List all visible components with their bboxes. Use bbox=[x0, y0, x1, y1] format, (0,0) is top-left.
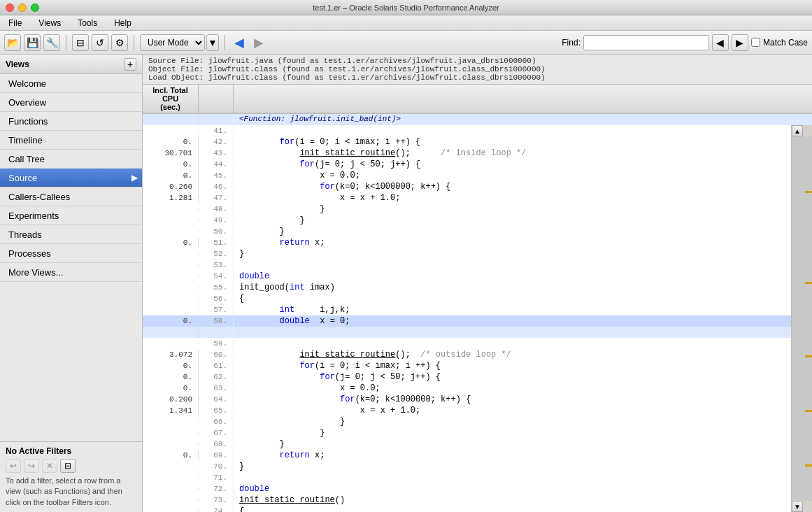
line-number: 47. bbox=[199, 193, 234, 203]
line-number: 67. bbox=[199, 428, 234, 438]
code-row[interactable]: 0. 45. x = 0.0; bbox=[143, 170, 791, 181]
code-row[interactable]: 0.260 46. for(k=0; k<1000000; k++) { bbox=[143, 181, 791, 192]
sidebar-item-overview[interactable]: Overview bbox=[0, 93, 142, 112]
code-row[interactable]: 66. } bbox=[143, 416, 791, 427]
code-row[interactable]: 55. init_good(int imax) bbox=[143, 282, 791, 293]
code-table[interactable]: 41. 0. 42. for(i = 0; i < imax; i ++) { … bbox=[143, 125, 791, 512]
code-row[interactable]: 49. } bbox=[143, 215, 791, 226]
code-row[interactable]: 0. 61. for(i = 0; i < imax; i ++) { bbox=[143, 360, 791, 371]
cpu-value bbox=[143, 231, 199, 232]
toolbar-btn-3[interactable]: 🔧 bbox=[43, 34, 60, 51]
main-layout: Views + Welcome Overview Functions Timel… bbox=[0, 55, 812, 512]
toolbar-refresh-btn[interactable]: ↺ bbox=[92, 34, 108, 51]
cpu-value bbox=[143, 466, 199, 467]
line-number: 74. bbox=[199, 506, 234, 512]
match-case-checkbox[interactable] bbox=[751, 38, 760, 47]
line-number: 57. bbox=[199, 305, 234, 315]
code-row[interactable]: 56. { bbox=[143, 293, 791, 304]
code-row[interactable]: 73. init_static_routine() bbox=[143, 495, 791, 506]
line-number: 41. bbox=[199, 126, 234, 136]
filter-undo-btn[interactable]: ↩ bbox=[6, 459, 21, 473]
mode-select[interactable]: User Mode bbox=[140, 34, 205, 51]
toolbar-filter-btn[interactable]: ⊟ bbox=[72, 34, 89, 51]
scroll-mark-1 bbox=[805, 191, 812, 193]
code-row[interactable]: 3.072 60. init_static_routine(); /* outs… bbox=[143, 349, 791, 360]
line-number: 73. bbox=[199, 495, 234, 505]
code-content: for(k=0; k<1000000; k++) { bbox=[234, 181, 791, 192]
code-row[interactable]: 0. 63. x = 0.0; bbox=[143, 383, 791, 394]
line-number: 46. bbox=[199, 182, 234, 192]
code-row[interactable]: 1.281 47. x = x + 1.0; bbox=[143, 192, 791, 204]
code-row[interactable]: 48. } bbox=[143, 204, 791, 215]
maximize-button[interactable] bbox=[31, 3, 39, 12]
cpu-value bbox=[143, 208, 199, 210]
fn-tag-row bbox=[143, 327, 791, 338]
code-row[interactable]: 50. } bbox=[143, 226, 791, 237]
code-row[interactable]: 41. bbox=[143, 125, 791, 136]
code-row[interactable]: 59. bbox=[143, 338, 791, 349]
toolbar-btn-1[interactable]: 📂 bbox=[4, 34, 21, 51]
code-content: { bbox=[234, 293, 791, 304]
code-row[interactable]: 67. } bbox=[143, 427, 791, 439]
sidebar-item-timeline[interactable]: Timeline bbox=[0, 131, 142, 150]
code-row[interactable]: 72. double bbox=[143, 483, 791, 495]
find-next-btn[interactable]: ▶ bbox=[732, 34, 748, 51]
col-cpu-label-1: Incl. Total bbox=[145, 86, 195, 94]
nav-forward-btn[interactable]: ▶ bbox=[250, 34, 267, 51]
line-number: 44. bbox=[199, 159, 234, 169]
code-row[interactable]: 1.341 65. x = x + 1.0; bbox=[143, 405, 791, 416]
code-row[interactable]: 0.200 64. for(k=0; k<1000000; k++) { bbox=[143, 394, 791, 405]
menu-file[interactable]: File bbox=[6, 17, 24, 29]
code-row[interactable]: 54. double bbox=[143, 271, 791, 282]
cpu-value bbox=[143, 309, 199, 311]
filter-redo-btn[interactable]: ↪ bbox=[24, 459, 39, 473]
filter-add-btn[interactable]: ⊟ bbox=[60, 459, 76, 473]
nav-back-btn[interactable]: ◀ bbox=[231, 34, 248, 51]
toolbar-settings-btn[interactable]: ⚙ bbox=[111, 34, 128, 51]
nav-up-btn[interactable]: ▲ bbox=[792, 125, 803, 136]
filter-delete-btn[interactable]: ✕ bbox=[42, 459, 57, 473]
mode-dropdown-btn[interactable]: ▼ bbox=[206, 34, 219, 51]
menu-views[interactable]: Views bbox=[36, 17, 64, 29]
code-row[interactable]: 74. { bbox=[143, 506, 791, 512]
sidebar-item-label: Processes bbox=[8, 248, 51, 259]
code-content: double bbox=[234, 271, 791, 282]
sidebar-item-welcome[interactable]: Welcome bbox=[0, 74, 142, 93]
menu-tools[interactable]: Tools bbox=[75, 17, 100, 29]
sidebar-item-functions[interactable]: Functions bbox=[0, 112, 142, 131]
sidebar-item-processes[interactable]: Processes bbox=[0, 244, 142, 263]
code-row[interactable]: 70. } bbox=[143, 461, 791, 472]
code-row[interactable]: 53. bbox=[143, 259, 791, 271]
sidebar-item-calltree[interactable]: Call Tree bbox=[0, 150, 142, 169]
toolbar-btn-2[interactable]: 💾 bbox=[24, 34, 41, 51]
code-row[interactable]: 71. bbox=[143, 472, 791, 483]
code-row[interactable]: 0. 42. for(i = 0; i < imax; i ++) { bbox=[143, 136, 791, 148]
sidebar-item-callers-callees[interactable]: Callers-Callees bbox=[0, 187, 142, 206]
minimize-button[interactable] bbox=[18, 3, 27, 12]
code-content bbox=[234, 130, 791, 131]
col-cpu-label-2: CPU bbox=[145, 94, 195, 103]
code-row[interactable]: 30.701 43. init_static_routine(); /* ins… bbox=[143, 148, 791, 159]
code-row[interactable]: 0. 44. for(j= 0; j < 50; j++) { bbox=[143, 159, 791, 170]
code-row[interactable]: 57. int i,j,k; bbox=[143, 304, 791, 315]
find-input[interactable] bbox=[583, 35, 709, 50]
code-row[interactable]: 0. 58. double x = 0; bbox=[143, 315, 791, 327]
menu-help[interactable]: Help bbox=[111, 17, 134, 29]
sidebar-add-button[interactable]: + bbox=[124, 58, 136, 71]
code-row[interactable]: 0. 62. for(j= 0; j < 50; j++) { bbox=[143, 371, 791, 383]
cpu-value: 30.701 bbox=[143, 148, 199, 158]
sidebar-item-more-views[interactable]: More Views... bbox=[0, 263, 142, 282]
sidebar-item-experiments[interactable]: Experiments bbox=[0, 206, 142, 225]
code-row[interactable]: 68. } bbox=[143, 439, 791, 450]
code-row[interactable]: 0. 69. return x; bbox=[143, 450, 791, 461]
sidebar-item-threads[interactable]: Threads bbox=[0, 225, 142, 244]
line-number: 60. bbox=[199, 350, 234, 360]
code-row[interactable]: 0. 51. return x; bbox=[143, 237, 791, 248]
line-number: 43. bbox=[199, 148, 234, 158]
sidebar-item-source[interactable]: Source ▶ bbox=[0, 169, 142, 187]
find-prev-btn[interactable]: ◀ bbox=[712, 34, 729, 51]
nav-down-btn[interactable]: ▼ bbox=[792, 501, 803, 512]
close-button[interactable] bbox=[6, 3, 14, 12]
line-number: 53. bbox=[199, 260, 234, 270]
code-row[interactable]: 52. } bbox=[143, 248, 791, 259]
